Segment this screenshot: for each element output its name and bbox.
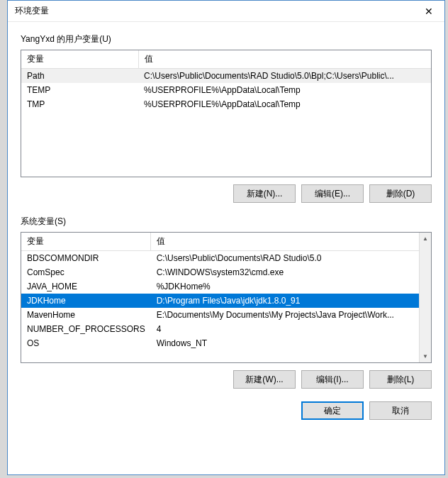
system-variables-table: 变量 值 BDSCOMMONDIR C:\Users\Public\Docume… [21,233,419,350]
user-new-button[interactable]: 新建(N)... [233,184,296,203]
system-variables-group: 系统变量(S) 变量 值 BDSCOMMONDIR [21,216,432,389]
cell-value: %USERPROFILE%\AppData\Local\Temp [138,83,431,97]
cell-variable: JAVA_HOME [21,279,151,294]
ok-button[interactable]: 确定 [301,401,364,420]
cell-value: D:\Program Files\Java\jdk\jdk1.8.0_91 [151,294,419,308]
system-variables-label: 系统变量(S) [21,216,432,228]
cell-variable: ComSpec [21,265,151,279]
table-row[interactable]: BDSCOMMONDIR C:\Users\Public\Documents\R… [21,251,419,266]
window-title: 环境变量 [15,5,49,17]
system-new-button[interactable]: 新建(W)... [233,370,296,389]
user-variables-table: 变量 值 Path C:\Users\Public\Documents\RAD … [21,50,431,111]
table-row[interactable]: ComSpec C:\WINDOWS\system32\cmd.exe [21,265,419,279]
cell-variable: Path [21,69,138,84]
cell-value: E:\Documents\My Documents\My Projects\Ja… [151,308,419,322]
table-header-row: 变量 值 [21,50,431,69]
table-row[interactable]: MavenHome E:\Documents\My Documents\My P… [21,308,419,322]
user-variables-label: YangYxd 的用户变量(U) [21,33,432,45]
system-delete-button[interactable]: 删除(L) [369,370,432,389]
user-edit-button[interactable]: 编辑(E)... [301,184,364,203]
column-header-value[interactable]: 值 [151,233,419,251]
environment-variables-dialog: 环境变量 ✕ YangYxd 的用户变量(U) 变量 值 Path [7,0,445,475]
close-icon: ✕ [425,6,433,17]
table-row[interactable]: Path C:\Users\Public\Documents\RAD Studi… [21,69,431,84]
column-header-variable[interactable]: 变量 [21,50,138,69]
table-row[interactable]: JAVA_HOME %JDKHome% [21,279,419,294]
user-variables-table-container: 变量 值 Path C:\Users\Public\Documents\RAD … [21,50,432,177]
titlebar: 环境变量 ✕ [8,1,444,22]
cancel-button[interactable]: 取消 [369,401,432,420]
user-delete-button[interactable]: 删除(D) [369,184,432,203]
cell-variable: NUMBER_OF_PROCESSORS [21,322,151,336]
system-variables-table-container: 变量 值 BDSCOMMONDIR C:\Users\Public\Docume… [21,232,432,363]
scroll-up-arrow-icon[interactable]: ▲ [420,233,431,245]
dialog-content: YangYxd 的用户变量(U) 变量 值 Path C:\Users\Publ… [8,22,444,431]
table-row[interactable]: TMP %USERPROFILE%\AppData\Local\Temp [21,97,431,111]
cell-value: C:\WINDOWS\system32\cmd.exe [151,265,419,279]
close-button[interactable]: ✕ [413,1,444,22]
user-variables-group: YangYxd 的用户变量(U) 变量 值 Path C:\Users\Publ… [21,33,432,203]
system-buttons-row: 新建(W)... 编辑(I)... 删除(L) [21,370,432,389]
cell-variable: TEMP [21,83,138,97]
user-buttons-row: 新建(N)... 编辑(E)... 删除(D) [21,184,432,203]
cell-value: C:\Users\Public\Documents\RAD Studio\5.0… [138,69,431,84]
table-row[interactable]: JDKHome D:\Program Files\Java\jdk\jdk1.8… [21,294,419,308]
cell-value: Windows_NT [151,336,419,350]
scroll-down-arrow-icon[interactable]: ▼ [420,350,431,362]
cell-variable: BDSCOMMONDIR [21,251,151,266]
column-header-value[interactable]: 值 [138,50,431,69]
table-row[interactable]: TEMP %USERPROFILE%\AppData\Local\Temp [21,83,431,97]
vertical-scrollbar[interactable]: ▲ ▼ [419,233,431,362]
table-header-row: 变量 值 [21,233,419,251]
cell-value: %USERPROFILE%\AppData\Local\Temp [138,97,431,111]
cell-variable: TMP [21,97,138,111]
cell-value: %JDKHome% [151,279,419,294]
system-edit-button[interactable]: 编辑(I)... [301,370,364,389]
dialog-buttons-row: 确定 取消 [21,401,432,420]
table-row[interactable]: NUMBER_OF_PROCESSORS 4 [21,322,419,336]
column-header-variable[interactable]: 变量 [21,233,151,251]
cell-variable: JDKHome [21,294,151,308]
table-row[interactable]: OS Windows_NT [21,336,419,350]
cell-variable: OS [21,336,151,350]
cell-variable: MavenHome [21,308,151,322]
cell-value: 4 [151,322,419,336]
cell-value: C:\Users\Public\Documents\RAD Studio\5.0 [151,251,419,266]
